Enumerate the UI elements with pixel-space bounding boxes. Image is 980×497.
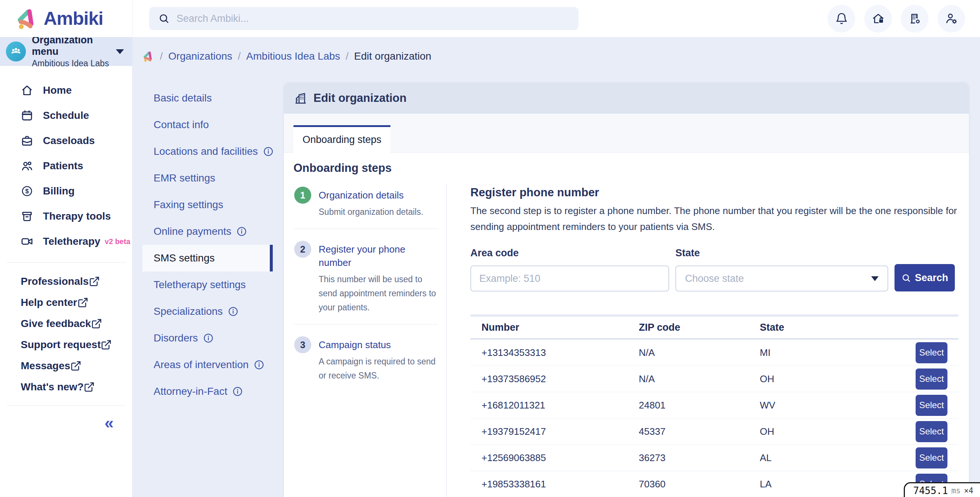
- phone-number-cell: +19853338161: [470, 478, 639, 490]
- settings-nav-specializations[interactable]: Specializations: [132, 298, 284, 325]
- sidebar-item-home[interactable]: Home: [0, 78, 132, 103]
- state-cell: LA: [760, 478, 916, 490]
- sidebar-link-professionals[interactable]: Professionals: [0, 271, 132, 292]
- performance-badge[interactable]: 7455.1 ms ×4: [904, 482, 980, 497]
- search-button-label: Search: [915, 272, 948, 284]
- sidebar-external-links: Professionals Help center Give feedback …: [0, 271, 132, 397]
- phone-number-cell: +12569063885: [470, 452, 639, 464]
- sidebar-item-therapy-tools[interactable]: Therapy tools: [0, 204, 132, 229]
- settings-nav-teletherapy-settings[interactable]: Teletherapy settings: [132, 271, 284, 298]
- notifications-button[interactable]: [827, 5, 855, 33]
- sidebar-item-label: Billing: [43, 185, 75, 197]
- sidebar-item-label: Therapy tools: [43, 210, 111, 222]
- area-code-label: Area code: [470, 247, 669, 259]
- description-line: sending appointment reminders to your pa…: [470, 219, 959, 235]
- zip-cell: N/A: [639, 373, 760, 385]
- state-label: State: [675, 247, 888, 259]
- sidebar: Organization menu Ambitious Idea Labs Ho…: [0, 37, 132, 497]
- brand-logo[interactable]: Ambiki: [0, 0, 132, 37]
- brand-name: Ambiki: [44, 8, 103, 29]
- phone-numbers-table: Number ZIP code State +13134353313 N/A M…: [470, 314, 959, 497]
- settings-nav-areas-of-intervention[interactable]: Areas of intervention: [132, 352, 284, 378]
- global-search[interactable]: [149, 7, 579, 30]
- search-button[interactable]: Search: [894, 264, 955, 292]
- sidebar-link-support-request[interactable]: Support request: [0, 334, 132, 355]
- sidebar-nav: Home Schedule Caseloads: [0, 66, 132, 254]
- breadcrumb-separator: /: [160, 50, 163, 62]
- settings-nav-label: Attorney-in-Fact: [154, 385, 227, 397]
- table-row: +19853338161 70360 LA Select: [470, 471, 959, 497]
- settings-nav-contact-info[interactable]: Contact info: [132, 112, 284, 138]
- step-campaign-status[interactable]: 3 Campaign status A campaign is required…: [293, 334, 438, 382]
- step-register-phone-number[interactable]: 2 Register your phone number This number…: [293, 239, 438, 314]
- sidebar-item-caseloads[interactable]: Caseloads: [0, 128, 132, 153]
- settings-nav-sms-settings[interactable]: SMS settings: [143, 245, 273, 271]
- state-cell: OH: [760, 426, 916, 437]
- table-row: +12569063885 36273 AL Select: [470, 445, 959, 471]
- zip-cell: 45337: [639, 426, 760, 437]
- sidebar-item-label: Patients: [43, 160, 83, 172]
- settings-nav-attorney-in-fact[interactable]: Attorney-in-Fact: [132, 378, 284, 405]
- performance-time: 7455.1: [913, 485, 948, 496]
- step-title: Campaign status: [319, 338, 438, 352]
- external-link-icon: [77, 297, 89, 308]
- sidebar-link-label: Professionals: [21, 276, 89, 287]
- select-number-button[interactable]: Select: [916, 368, 947, 390]
- settings-nav-label: Areas of intervention: [154, 359, 249, 371]
- breadcrumb-link-organization[interactable]: Ambitious Idea Labs: [246, 50, 340, 62]
- sidebar-item-billing[interactable]: $ Billing: [0, 178, 132, 204]
- step-number-badge: 3: [294, 336, 311, 353]
- settings-nav-online-payments[interactable]: Online payments: [132, 218, 284, 245]
- select-number-button[interactable]: Select: [916, 395, 947, 416]
- sidebar-item-schedule[interactable]: Schedule: [0, 103, 132, 128]
- search-icon: [158, 13, 170, 24]
- settings-nav-faxing-settings[interactable]: Faxing settings: [132, 191, 284, 218]
- settings-nav-locations-facilities[interactable]: Locations and facilities: [132, 138, 284, 165]
- description-line: The second step is to register a phone n…: [470, 203, 959, 219]
- info-icon: [236, 226, 247, 237]
- table-header-row: Number ZIP code State: [470, 317, 959, 338]
- info-icon: [253, 359, 265, 370]
- info-icon: [263, 146, 274, 157]
- ambiki-logo-icon-small: [143, 50, 154, 62]
- sidebar-item-label: Home: [43, 84, 72, 96]
- settings-nav-label: Disorders: [154, 332, 198, 344]
- settings-nav-label: EMR settings: [154, 172, 215, 184]
- step-organization-details[interactable]: 1 Organization details Submit organizati…: [293, 185, 438, 219]
- settings-nav-basic-details[interactable]: Basic details: [132, 85, 284, 112]
- tab-onboarding-steps[interactable]: Onboarding steps: [293, 125, 390, 153]
- settings-nav-disorders[interactable]: Disorders: [132, 325, 284, 352]
- sidebar-item-teletherapy[interactable]: Teletherapy v2 beta: [0, 229, 132, 254]
- account-settings-button[interactable]: [937, 5, 965, 33]
- sidebar-divider: [7, 406, 126, 406]
- organization-settings-button[interactable]: [901, 5, 929, 33]
- settings-nav-label: Specializations: [154, 306, 223, 317]
- bell-icon: [835, 12, 848, 25]
- organization-menu[interactable]: Organization menu Ambitious Idea Labs: [0, 37, 132, 66]
- archive-box-icon: [21, 210, 33, 223]
- performance-multiplier: ×4: [964, 486, 973, 495]
- ambiki-logo-icon: [16, 7, 38, 30]
- area-code-input[interactable]: [470, 266, 669, 292]
- sidebar-item-patients[interactable]: Patients: [0, 153, 132, 178]
- select-number-button[interactable]: Select: [916, 342, 947, 363]
- settings-nav-label: Locations and facilities: [154, 145, 258, 158]
- breadcrumb-link-organizations[interactable]: Organizations: [169, 50, 232, 62]
- home-access-button[interactable]: [864, 5, 892, 33]
- sidebar-link-messages[interactable]: Messages: [0, 355, 132, 376]
- panel-header: Edit organization: [284, 82, 969, 114]
- state-cell: MI: [760, 347, 916, 358]
- sidebar-link-give-feedback[interactable]: Give feedback: [0, 313, 132, 334]
- sidebar-link-label: Messages: [21, 360, 70, 372]
- step-number-badge: 2: [294, 241, 311, 258]
- register-phone-title: Register phone number: [470, 186, 959, 199]
- select-number-button[interactable]: Select: [916, 448, 947, 468]
- sidebar-collapse-button[interactable]: «: [105, 415, 114, 431]
- state-select[interactable]: Choose state: [675, 266, 888, 292]
- select-number-button[interactable]: Select: [916, 421, 947, 442]
- sidebar-link-help-center[interactable]: Help center: [0, 292, 132, 313]
- search-input[interactable]: [177, 13, 570, 24]
- sidebar-link-whats-new[interactable]: What's new?: [0, 376, 132, 397]
- settings-nav-emr-settings[interactable]: EMR settings: [132, 165, 284, 191]
- step-description: A campaign is required to send or receiv…: [319, 354, 438, 382]
